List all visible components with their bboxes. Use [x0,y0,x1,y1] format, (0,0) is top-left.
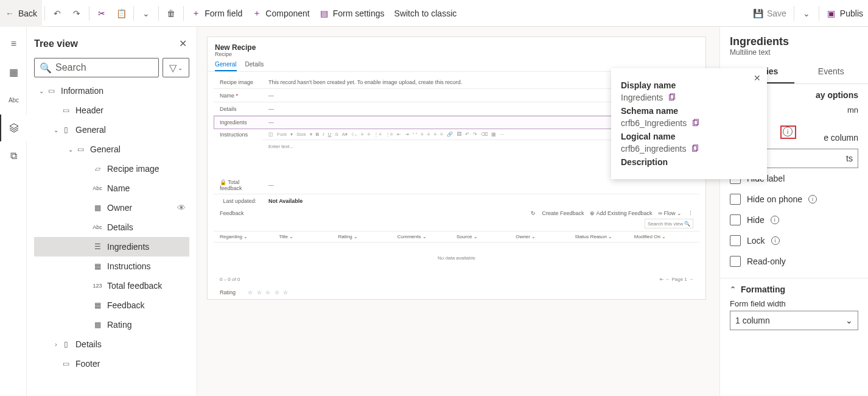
image-icon: ▱ [93,164,102,174]
row-label: Ingredients [214,117,262,128]
table-column-link[interactable]: e column [824,133,858,143]
undo-button[interactable]: ↶ [47,0,67,27]
tree-node-feedback[interactable]: ▦ Feedback [34,295,189,315]
width-select[interactable]: 1 column ⌄ [730,311,858,330]
tree-node-header[interactable]: ▭ Header [34,101,189,120]
form-tab-general[interactable]: General [215,61,237,71]
text-icon: Abc [93,183,102,193]
col[interactable]: Modified On ⌄ [634,234,693,239]
tree-node-information[interactable]: ⌄ ▭ Information [34,81,189,101]
tree-filter-button[interactable]: ▽⌄ [163,58,189,77]
section-label: Formatting [741,285,785,294]
paste-button[interactable]: 📋 [111,0,131,27]
tree-node-recipe-image[interactable]: ▱ Recipe image [34,159,189,179]
chevron-down-icon: ⌄ [178,65,183,71]
copy-icon[interactable] [691,119,700,127]
tree-label: Footer [75,359,100,369]
col[interactable]: Owner ⌄ [516,234,575,239]
text-icon: Abc [93,222,102,232]
check-hide[interactable]: Hidei [730,210,858,230]
col[interactable]: Source ⌄ [457,234,516,239]
tree-node-general-tab[interactable]: ⌄ ▯ General [34,120,189,140]
component-label: Component [265,9,309,18]
form-tab-details[interactable]: Details [245,61,264,71]
tree-label: Details [75,339,102,349]
flow-button[interactable]: ∞ Flow ⌄ [659,210,682,216]
table-column-info-icon[interactable]: i [783,127,793,136]
tree-node-instructions[interactable]: ▦ Instructions [34,256,189,276]
check-hide-on-phone[interactable]: Hide on phonei [730,189,858,210]
more-icon[interactable]: ⋮ [688,210,693,216]
info-icon[interactable]: i [771,236,780,245]
rail-hamburger[interactable]: ≡ [0,30,27,57]
chevron-down-icon: ⌄ [845,316,853,325]
paste-dropdown[interactable]: ⌄ [136,0,156,27]
rail-components[interactable]: ▦ [0,58,27,85]
add-existing-button[interactable]: ⊕ Add Existing Feedback [590,210,652,216]
copy-icon[interactable] [668,93,676,102]
rating-stars[interactable]: ☆ ☆ ☆ ☆ ☆ [248,289,289,295]
form-icon: ▭ [46,86,56,96]
col[interactable]: Status Reason ⌄ [575,234,634,239]
command-bar: ← Back ↶ ↷ ✂ 📋 ⌄ 🗑 ＋ Form field ＋ Compon… [0,0,868,27]
cut-button[interactable]: ✂ [92,0,111,27]
popup-value: crfb6_ingredients [621,144,686,154]
col[interactable]: Comments ⌄ [397,234,457,239]
section-label: ay options [816,90,858,100]
col[interactable]: Regarding ⌄ [220,234,279,239]
info-icon[interactable]: i [808,195,817,203]
check-read-only[interactable]: Read-only [730,251,858,272]
check-lock[interactable]: Locki [730,230,858,251]
delete-icon: 🗑 [166,9,176,18]
tree-node-ingredients[interactable]: ☰ Ingredients [34,237,189,256]
delete-button[interactable]: 🗑 [161,0,181,27]
form-settings-button[interactable]: ▤ Form settings [315,0,390,27]
hidden-icon: 👁 [177,203,189,213]
field-label: mn [847,105,858,115]
tree-node-general-section[interactable]: ⌄ ▭ General [34,140,189,159]
col[interactable]: Title ⌄ [279,234,338,239]
row-value: Not Available [262,196,699,207]
redo-button[interactable]: ↷ [67,0,86,27]
tree-node-rating[interactable]: ▦ Rating [34,315,189,334]
tree-label: Name [107,183,130,193]
tree-node-details[interactable]: Abc Details [34,217,189,237]
tree-node-footer[interactable]: ▭ Footer [34,354,189,373]
tree-search-input[interactable]: 🔍 Search [34,58,159,77]
create-feedback-button[interactable]: Create Feedback [542,210,584,216]
rail-text[interactable]: Abc [0,87,27,113]
refresh-icon[interactable]: ↻ [531,210,536,216]
tree-close-button[interactable]: ✕ [177,35,189,52]
filter-icon: ▽ [169,62,177,74]
publish-button[interactable]: ▣ Publis [822,0,868,27]
grid-icon: ▦ [93,261,102,271]
tree-node-owner[interactable]: ▦ Owner 👁 [34,198,189,217]
col[interactable]: Rating ⌄ [338,234,397,239]
rail-data[interactable]: ⧉ [0,143,27,169]
save-dropdown[interactable]: ⌄ [797,0,816,27]
grid-search-input[interactable]: Search this view🔍 [645,219,693,228]
tree-node-name[interactable]: Abc Name [34,179,189,198]
chevron-right-icon: › [51,341,61,348]
info-icon[interactable]: i [771,216,779,224]
tree-label: General [75,125,106,135]
chevron-down-icon: ⌄ [802,9,811,18]
add-form-field-button[interactable]: ＋ Form field [186,0,247,27]
form-subtitle: Recipe [215,51,698,57]
tree-node-details-tab[interactable]: › ▯ Details [34,334,189,354]
back-button[interactable]: ← Back [0,0,42,27]
row-label: 🔒 Total feedback [214,177,262,194]
search-icon: 🔍 [684,221,690,227]
props-tab-events[interactable]: Events [794,60,869,83]
section-formatting[interactable]: ⌃ Formatting [730,285,858,294]
redo-icon: ↷ [72,9,82,18]
add-component-button[interactable]: ＋ Component [247,0,314,27]
save-button[interactable]: 💾 Save [749,0,791,27]
popup-close-button[interactable]: ✕ [754,73,761,83]
plus-icon: ＋ [191,9,201,18]
publish-label: Publis [840,9,863,18]
tree-node-total-feedback[interactable]: 123 Total feedback [34,276,189,295]
rail-tree[interactable] [0,115,27,141]
copy-icon[interactable] [691,144,699,153]
switch-classic-button[interactable]: Switch to classic [390,0,462,27]
